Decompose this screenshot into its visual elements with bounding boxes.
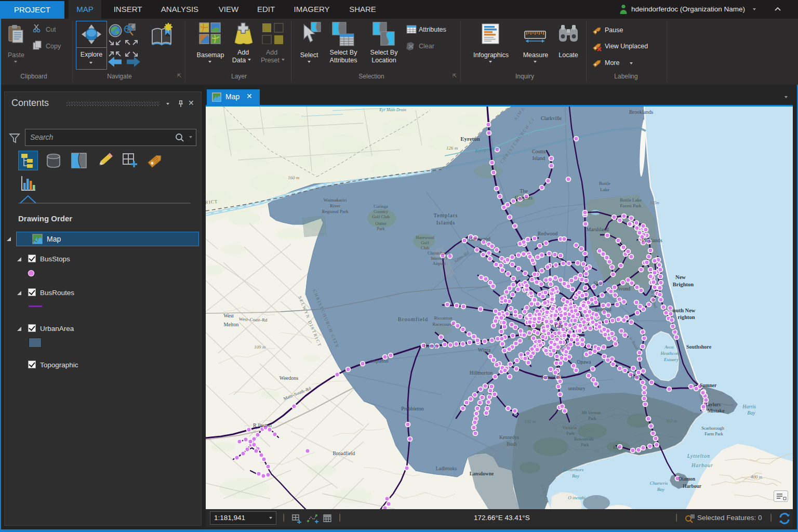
svg-text:Wigra: Wigra	[478, 347, 491, 353]
svg-text:Eyr Main Drain: Eyr Main Drain	[379, 108, 406, 112]
svg-text:Shirl: Shirl	[593, 281, 604, 286]
svg-text:Weedons: Weedons	[280, 375, 299, 381]
svg-text:empleton: empleton	[370, 358, 389, 364]
svg-text:Clarkville: Clarkville	[541, 115, 562, 121]
svg-text:West: West	[223, 313, 234, 318]
svg-text:Parklands: Parklands	[642, 237, 662, 243]
svg-text:Ladbrooks: Ladbrooks	[436, 466, 457, 471]
svg-text:Bottle Lake: Bottle Lake	[620, 197, 642, 203]
svg-text:Islands: Islands	[436, 220, 456, 225]
svg-text:Outter: Outter	[375, 221, 387, 226]
svg-text:Golf: Golf	[421, 240, 429, 245]
svg-text:Diamon: Diamon	[679, 476, 696, 482]
svg-text:Harewood: Harewood	[469, 236, 490, 242]
svg-text:Brooklands: Brooklands	[629, 109, 653, 115]
svg-text:Harbour: Harbour	[691, 462, 713, 468]
svg-text:302 m: 302 m	[665, 418, 677, 423]
svg-text:Riccarton: Riccarton	[434, 315, 453, 321]
svg-text:Hillmorton: Hillmorton	[470, 370, 493, 376]
svg-text:Coringa: Coringa	[374, 204, 388, 209]
svg-text:Farm Park: Farm Park	[704, 431, 723, 436]
svg-text:Airport: Airport	[432, 261, 446, 266]
svg-text:Christchurch: Christchurch	[428, 250, 451, 256]
svg-text:Broadfield: Broadfield	[333, 450, 355, 456]
svg-text:Kennedys: Kennedys	[499, 435, 519, 440]
svg-text:Broomfield: Broomfield	[398, 316, 428, 322]
svg-text:Forest Park: Forest Park	[620, 203, 642, 208]
svg-text:Club: Club	[421, 245, 430, 250]
svg-text:Avonsid: Avonsid	[594, 307, 611, 312]
svg-text:The: The	[520, 188, 528, 194]
svg-text:Lansdowne: Lansdowne	[470, 471, 494, 476]
svg-text:Hornby: Hornby	[423, 343, 438, 349]
svg-text:Mistake: Mistake	[708, 408, 725, 414]
svg-text:Redwood: Redwood	[538, 231, 557, 236]
svg-text:Park: Park	[588, 416, 596, 421]
svg-text:Avon: Avon	[664, 344, 674, 350]
svg-text:Park: Park	[581, 442, 589, 447]
svg-text:Avond: Avond	[617, 286, 630, 291]
svg-text:160 m: 160 m	[288, 175, 300, 180]
svg-text:Ferrym: Ferrym	[631, 374, 646, 379]
svg-text:Prebbleton: Prebbleton	[401, 406, 423, 411]
svg-text:Harewood: Harewood	[416, 235, 434, 240]
svg-text:Ch: Ch	[554, 322, 563, 329]
svg-text:Park: Park	[566, 431, 575, 436]
svg-text:Park: Park	[377, 226, 385, 231]
svg-text:Racecourse: Racecourse	[432, 322, 454, 327]
svg-text:Scarborough: Scarborough	[701, 425, 724, 431]
svg-text:Brighton: Brighton	[673, 282, 694, 287]
svg-text:Opawa: Opawa	[577, 360, 592, 365]
svg-text:Governors: Governors	[564, 467, 584, 472]
svg-text:Charteris: Charteris	[650, 481, 668, 486]
svg-text:400 m: 400 m	[751, 474, 763, 480]
svg-text:Harbour: Harbour	[683, 484, 702, 489]
svg-text:Taylors: Taylors	[705, 402, 721, 407]
svg-text:outh New: outh New	[673, 308, 696, 313]
svg-text:102 m: 102 m	[524, 419, 536, 424]
svg-text:untsbury: untsbury	[568, 386, 586, 391]
svg-text:righton: righton	[677, 314, 695, 320]
svg-text:Lyttelton: Lyttelton	[687, 453, 710, 459]
svg-text:Southshore: Southshore	[686, 344, 712, 350]
svg-text:Somerfield: Somerfield	[541, 375, 563, 380]
svg-text:Lake: Lake	[600, 187, 609, 192]
svg-text:Eyreton: Eyreton	[460, 136, 480, 142]
svg-text:Bowenvale: Bowenvale	[574, 436, 594, 442]
svg-text:Bottle: Bottle	[599, 181, 610, 186]
svg-text:Melton: Melton	[224, 322, 239, 327]
svg-text:Templars: Templars	[434, 212, 458, 218]
svg-text:Golf Club: Golf Club	[372, 214, 390, 219]
svg-text:R lleston: R lleston	[253, 422, 272, 428]
svg-text:Coutts: Coutts	[532, 149, 546, 154]
svg-text:New: New	[675, 274, 686, 280]
svg-text:105m: 105m	[650, 201, 659, 205]
svg-text:Waimakariri: Waimakariri	[324, 197, 347, 203]
svg-text:Country: Country	[374, 209, 389, 214]
svg-text:Bush: Bush	[507, 442, 517, 447]
svg-text:O inetahi: O inetahi	[568, 495, 586, 500]
svg-text:Bay: Bay	[572, 473, 579, 478]
svg-text:Estuary: Estuary	[663, 357, 679, 362]
svg-text:109 m: 109 m	[254, 344, 266, 350]
svg-text:Victoria: Victoria	[562, 425, 577, 430]
svg-text:126 m: 126 m	[446, 145, 458, 151]
svg-text:Groynes: Groynes	[515, 195, 533, 201]
svg-text:Regional Park: Regional Park	[322, 209, 349, 214]
svg-text:Island: Island	[533, 155, 545, 161]
svg-text:Marshland: Marshland	[587, 227, 609, 232]
svg-text:West–Coast–Rd: West–Coast–Rd	[239, 316, 268, 323]
svg-text:Internat’l: Internat’l	[431, 256, 447, 261]
svg-text:River: River	[330, 203, 340, 208]
svg-text:Rap: Rap	[613, 445, 620, 450]
svg-text:Bay: Bay	[657, 487, 664, 492]
svg-text:Sumner: Sumner	[700, 383, 717, 388]
svg-text:Bay: Bay	[748, 410, 756, 416]
svg-text:Harris: Harris	[742, 404, 756, 409]
svg-text:Mt Vernon: Mt Vernon	[582, 410, 601, 415]
svg-text:Heathcote: Heathcote	[660, 351, 680, 356]
